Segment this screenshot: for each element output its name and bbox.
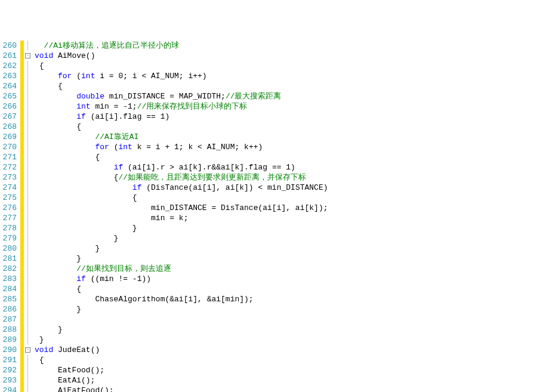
code-line[interactable]: [35, 314, 328, 325]
code-line[interactable]: void AiMove(): [35, 51, 328, 61]
code-token: [35, 143, 95, 152]
line-number-gutter: 2602612622632642652662672682692702712722…: [0, 41, 20, 392]
code-line[interactable]: if (ai[i].r > ai[k].r&&ai[k].flag == 1): [35, 162, 328, 172]
code-token: if: [76, 274, 86, 283]
code-token: }: [35, 254, 81, 263]
code-line[interactable]: {//如果能吃，且距离达到要求则更新距离，并保存下标: [35, 172, 328, 183]
code-token: min = k;: [35, 214, 188, 223]
line-number: 260: [0, 41, 17, 51]
line-number: 277: [0, 213, 17, 223]
code-line[interactable]: if (DisTance(ai[i], ai[k]) < min_DISTANC…: [35, 183, 328, 193]
fold-cell: [24, 183, 32, 193]
fold-cell: [24, 375, 32, 385]
code-token: if: [114, 163, 124, 172]
fold-cell: [24, 365, 32, 375]
code-token: {: [35, 193, 137, 202]
code-content[interactable]: //Ai移动算法，追逐比自己半径小的球void AiMove() { for (…: [32, 41, 328, 392]
code-line[interactable]: EatAi();: [35, 375, 328, 385]
line-number: 262: [0, 61, 17, 71]
code-token: {: [35, 356, 44, 365]
code-token: for: [58, 72, 72, 81]
code-line[interactable]: for (int k = i + 1; k < AI_NUM; k++): [35, 142, 328, 152]
fold-cell: [24, 122, 32, 132]
code-token: [35, 41, 44, 50]
fold-cell: [24, 294, 32, 304]
fold-cell: [24, 101, 32, 112]
code-line[interactable]: {: [35, 122, 328, 132]
code-line[interactable]: AiEatFood();: [35, 385, 328, 392]
fold-cell[interactable]: -: [24, 345, 32, 355]
code-line[interactable]: if ((min != -1)): [35, 274, 328, 284]
line-number: 281: [0, 254, 17, 264]
code-token: AiEatFood();: [35, 386, 114, 392]
code-line[interactable]: }: [35, 243, 328, 254]
fold-cell: [24, 203, 32, 213]
line-number: 266: [0, 101, 17, 112]
code-line[interactable]: }: [35, 254, 328, 264]
code-line[interactable]: {: [35, 152, 328, 162]
code-token: [35, 274, 76, 283]
line-number: 276: [0, 203, 17, 213]
code-line[interactable]: int min = -1;//用来保存找到目标小球的下标: [35, 101, 328, 112]
code-token: [35, 92, 76, 101]
code-token: [35, 264, 76, 273]
fold-cell: [24, 233, 32, 243]
code-token: }: [35, 305, 81, 314]
line-number: 278: [0, 223, 17, 233]
code-token: }: [35, 234, 118, 243]
code-line[interactable]: }: [35, 335, 328, 345]
line-number: 275: [0, 193, 17, 203]
code-line[interactable]: {: [35, 193, 328, 203]
code-token: [35, 112, 76, 121]
code-line[interactable]: //AI靠近AI: [35, 132, 328, 142]
fold-cell[interactable]: -: [24, 51, 32, 61]
line-number: 282: [0, 264, 17, 274]
code-token: [35, 72, 58, 81]
code-token: (: [109, 143, 119, 152]
line-number: 271: [0, 152, 17, 162]
line-number: 279: [0, 233, 17, 243]
fold-cell: [24, 61, 32, 71]
code-line[interactable]: EatFood();: [35, 365, 328, 375]
code-token: {: [35, 122, 81, 131]
code-line[interactable]: }: [35, 233, 328, 243]
line-number: 284: [0, 284, 17, 294]
line-number: 290: [0, 345, 17, 355]
line-number: 289: [0, 335, 17, 345]
code-line[interactable]: }: [35, 325, 328, 335]
fold-toggle-icon[interactable]: -: [25, 53, 30, 58]
fold-cell: [24, 81, 32, 91]
code-token: void: [35, 51, 53, 60]
code-token: min_DISTANCE = DisTance(ai[i], ai[k]);: [35, 203, 328, 212]
line-number: 292: [0, 365, 17, 375]
fold-cell: [24, 91, 32, 101]
code-token: //如果找到目标，则去追逐: [76, 264, 171, 273]
code-token: i = 0; i < AI_NUM; i++): [95, 72, 206, 81]
code-token: //用来保存找到目标小球的下标: [137, 102, 248, 111]
code-editor[interactable]: 2602612622632642652662672682692702712722…: [0, 41, 537, 392]
code-line[interactable]: if (ai[i].flag == 1): [35, 112, 328, 122]
code-line[interactable]: //如果找到目标，则去追逐: [35, 264, 328, 274]
code-line[interactable]: {: [35, 355, 328, 365]
code-line[interactable]: ChaseAlgorithom(&ai[i], &ai[min]);: [35, 294, 328, 304]
fold-gutter[interactable]: --: [24, 41, 32, 392]
code-line[interactable]: {: [35, 284, 328, 294]
code-line[interactable]: {: [35, 81, 328, 91]
code-line[interactable]: min = k;: [35, 213, 328, 223]
code-line[interactable]: for (int i = 0; i < AI_NUM; i++): [35, 71, 328, 81]
code-line[interactable]: double min_DISTANCE = MAP_WIDTH;//最大搜索距离: [35, 91, 328, 101]
code-token: {: [35, 82, 63, 91]
code-line[interactable]: min_DISTANCE = DisTance(ai[i], ai[k]);: [35, 203, 328, 213]
code-line[interactable]: void JudeEat(): [35, 345, 328, 355]
code-line[interactable]: //Ai移动算法，追逐比自己半径小的球: [35, 41, 328, 51]
line-number: 286: [0, 304, 17, 314]
code-line[interactable]: {: [35, 61, 328, 71]
fold-cell: [24, 152, 32, 162]
code-token: ChaseAlgorithom(&ai[i], &ai[min]);: [35, 295, 254, 304]
code-token: {: [35, 153, 100, 162]
code-token: void: [35, 345, 53, 354]
code-line[interactable]: }: [35, 223, 328, 233]
code-line[interactable]: }: [35, 304, 328, 314]
fold-toggle-icon[interactable]: -: [25, 347, 30, 353]
code-token: }: [35, 224, 137, 233]
